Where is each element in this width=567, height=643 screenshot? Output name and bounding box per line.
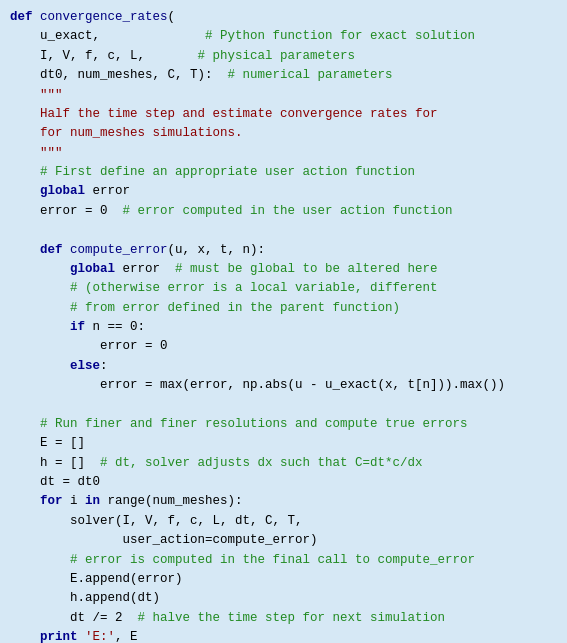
code-container: def convergence_rates( u_exact, # Python… [0, 0, 567, 643]
code-block: def convergence_rates( u_exact, # Python… [10, 8, 557, 643]
